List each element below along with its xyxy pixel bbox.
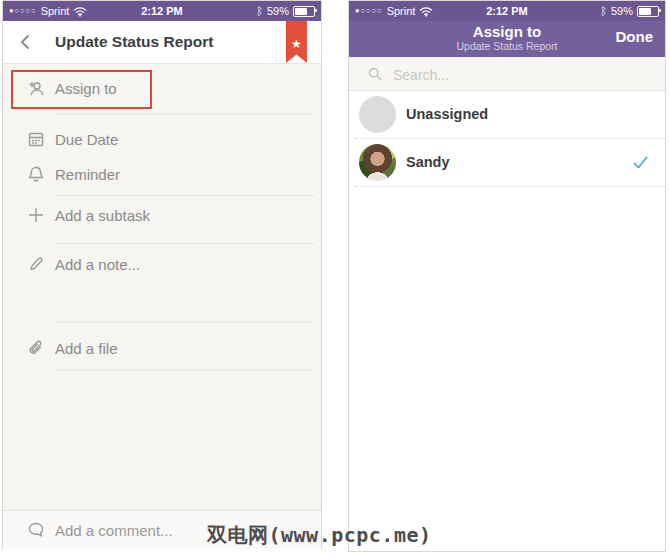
- due-date-row[interactable]: Due Date: [3, 121, 321, 157]
- add-file-row[interactable]: Add a file: [3, 330, 321, 366]
- divider: [55, 195, 315, 196]
- add-subtask-row[interactable]: Add a subtask: [3, 197, 321, 233]
- battery-percent-label: 59%: [611, 5, 633, 17]
- assignee-name: Unassigned: [406, 91, 488, 138]
- assign-to-row[interactable]: Assign to: [3, 70, 321, 106]
- divider: [55, 243, 315, 244]
- pencil-icon: [27, 255, 45, 273]
- status-bar: ●○○○○ Sprint 2:12 PM ᛒ 59%: [349, 1, 665, 21]
- reminder-row[interactable]: Reminder: [3, 156, 321, 192]
- bluetooth-icon: ᛒ: [256, 6, 263, 17]
- comment-bubble-icon: [27, 521, 45, 539]
- bluetooth-icon: ᛒ: [600, 6, 607, 17]
- back-chevron-icon[interactable]: [17, 33, 35, 51]
- selected-check-icon: [632, 154, 649, 171]
- calendar-icon: [27, 130, 45, 148]
- assign-to-screen: ●○○○○ Sprint 2:12 PM ᛒ 59% Assign to Upd…: [348, 0, 666, 552]
- signal-strength-icon: ●○○○○: [355, 6, 383, 15]
- assign-to-label: Assign to: [55, 80, 117, 97]
- divider: [55, 114, 315, 115]
- add-subtask-label: Add a subtask: [55, 207, 150, 224]
- battery-icon: [637, 6, 659, 17]
- done-button[interactable]: Done: [616, 28, 654, 45]
- watermark-text: 双电网(www.pcpc.me): [207, 522, 432, 549]
- signal-strength-icon: ●○○○○: [9, 6, 37, 15]
- search-icon: [367, 66, 383, 82]
- add-file-label: Add a file: [55, 340, 118, 357]
- add-note-row[interactable]: Add a note...: [3, 246, 321, 282]
- task-nav-bar: Update Status Report ★: [3, 21, 321, 64]
- star-icon: ★: [291, 37, 302, 51]
- carrier-label: Sprint: [387, 5, 416, 17]
- add-comment-label: Add a comment...: [55, 522, 173, 539]
- divider: [355, 186, 665, 187]
- status-bar: ●○○○○ Sprint 2:12 PM ᛒ 59%: [3, 1, 321, 21]
- wifi-icon: [73, 6, 87, 17]
- carrier-label: Sprint: [41, 5, 70, 17]
- plus-icon: [27, 206, 45, 224]
- divider: [55, 370, 315, 371]
- due-date-label: Due Date: [55, 131, 118, 148]
- add-note-label: Add a note...: [55, 256, 140, 273]
- battery-percent-label: 59%: [267, 5, 289, 17]
- bell-icon: [27, 165, 45, 183]
- paperclip-icon: [27, 339, 45, 357]
- search-input[interactable]: [391, 61, 655, 89]
- assignee-name: Sandy: [406, 139, 450, 186]
- favorite-flag-button[interactable]: ★: [286, 21, 307, 63]
- task-detail-screen: ●○○○○ Sprint 2:12 PM ᛒ 59% Update Status…: [2, 0, 322, 549]
- battery-icon: [293, 6, 315, 17]
- unassigned-avatar: [359, 96, 396, 133]
- divider: [55, 322, 315, 323]
- assignee-row-unassigned[interactable]: Unassigned: [349, 91, 665, 138]
- sandy-avatar: [359, 144, 396, 181]
- add-person-icon: [27, 79, 45, 97]
- wifi-icon: [419, 6, 433, 17]
- task-title: Update Status Report: [55, 33, 213, 51]
- assignee-row-sandy[interactable]: Sandy: [349, 139, 665, 186]
- search-bar: [349, 57, 665, 91]
- reminder-label: Reminder: [55, 166, 120, 183]
